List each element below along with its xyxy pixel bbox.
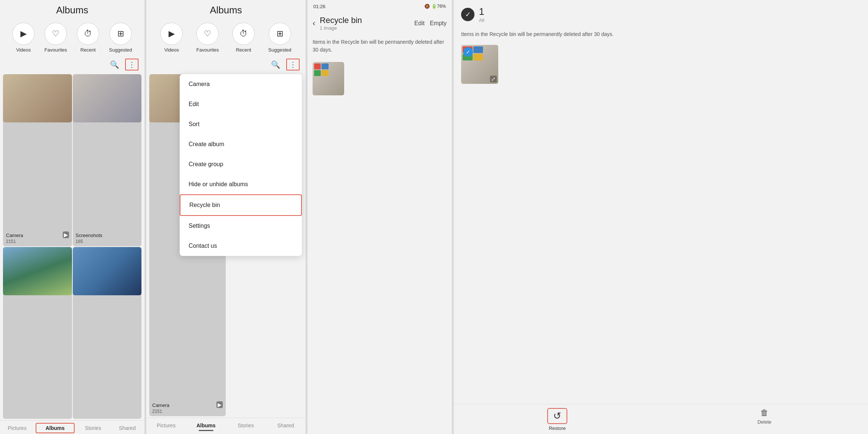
all-label: All bbox=[479, 17, 484, 23]
nav-shared-2[interactable]: Shared bbox=[266, 421, 306, 433]
category-videos-1[interactable]: ▶ Videos bbox=[12, 23, 35, 53]
recycle-title-area: Recycle bin 1 image bbox=[320, 16, 410, 31]
album-camera-1[interactable]: Camera 2151 ▶ bbox=[3, 74, 72, 246]
suggested-icon-2: ⊞ bbox=[269, 23, 291, 45]
status-time: 01:26 bbox=[313, 4, 326, 9]
empty-button[interactable]: Empty bbox=[430, 20, 447, 27]
panel-select: ✓ 1 All Items in the Recycle bin will be… bbox=[454, 0, 868, 434]
suggested-label-1: Suggested bbox=[109, 47, 132, 53]
nav-albums-1[interactable]: Albums bbox=[36, 423, 74, 433]
recycle-actions: Edit Empty bbox=[414, 20, 447, 27]
status-icons: 🔕 🔋76% bbox=[424, 4, 446, 9]
select-count-area: 1 All bbox=[479, 6, 484, 23]
album-grid-1: Camera 2151 ▶ Screenshots 165 bbox=[0, 73, 144, 420]
album-screenshots-label-1: Screenshots bbox=[76, 233, 102, 238]
status-bar: 01:26 🔕 🔋76% bbox=[307, 0, 452, 11]
category-icon-row-2: ▶ Videos ♡ Favourites ⏱ Recent ⊞ Suggest… bbox=[146, 19, 306, 56]
delete-icon: 🗑 bbox=[760, 408, 769, 418]
album-camera-count-2: 2151 bbox=[152, 409, 162, 414]
bottom-nav-2: Pictures Albums Stories Shared bbox=[146, 418, 306, 434]
search-row-2: 🔍 ⋮ bbox=[146, 56, 306, 73]
search-button-1[interactable]: 🔍 bbox=[108, 59, 121, 70]
nav-stories-1[interactable]: Stories bbox=[76, 424, 110, 433]
bottom-nav-1: Pictures Albums Stories Shared bbox=[0, 420, 144, 434]
category-recent-1[interactable]: ⏱ Recent bbox=[77, 23, 99, 53]
videos-icon-2: ▶ bbox=[160, 23, 183, 45]
expand-icon: ⤢ bbox=[490, 76, 497, 82]
restore-icon: ↺ bbox=[553, 410, 561, 422]
select-header: ✓ 1 All bbox=[454, 0, 868, 29]
video-indicator-1: ▶ bbox=[63, 231, 69, 238]
delete-label: Delete bbox=[757, 419, 771, 425]
recent-label-1: Recent bbox=[80, 47, 95, 53]
nav-stories-2[interactable]: Stories bbox=[226, 421, 266, 433]
nav-pictures-1[interactable]: Pictures bbox=[0, 424, 34, 433]
video-indicator-2: ▶ bbox=[216, 401, 223, 408]
album-landscape-1[interactable] bbox=[3, 247, 72, 419]
selected-thumbnail[interactable]: ✓ ⤢ bbox=[461, 45, 498, 84]
menu-settings[interactable]: Settings bbox=[180, 216, 302, 236]
recycle-header: ‹ Recycle bin 1 image Edit Empty bbox=[307, 11, 452, 35]
nav-albums-2[interactable]: Albums bbox=[186, 421, 226, 433]
panel-albums-1: Albums ▶ Videos ♡ Favourites ⏱ Recent ⊞ … bbox=[0, 0, 145, 434]
category-favourites-1[interactable]: ♡ Favourites bbox=[45, 23, 67, 53]
suggested-icon-1: ⊞ bbox=[110, 23, 132, 45]
nav-pictures-2[interactable]: Pictures bbox=[146, 421, 186, 433]
bottom-action-bar: ↺ Restore 🗑 Delete bbox=[454, 404, 868, 434]
menu-recycle-bin[interactable]: Recycle bin bbox=[180, 194, 302, 216]
album-camera-label-2: Camera bbox=[152, 402, 169, 408]
menu-edit[interactable]: Edit bbox=[180, 94, 302, 114]
albums-title-2: Albums bbox=[146, 0, 306, 19]
select-info: Items in the Recycle bin will be permane… bbox=[454, 29, 868, 42]
more-button-1[interactable]: ⋮ bbox=[125, 59, 138, 70]
videos-label-1: Videos bbox=[16, 47, 31, 53]
recent-label-2: Recent bbox=[236, 47, 251, 53]
restore-button[interactable]: ↺ Restore bbox=[454, 408, 661, 431]
albums-title-1: Albums bbox=[0, 0, 144, 19]
menu-create-album[interactable]: Create album bbox=[180, 134, 302, 154]
category-recent-2[interactable]: ⏱ Recent bbox=[232, 23, 255, 53]
category-videos-2[interactable]: ▶ Videos bbox=[160, 23, 183, 53]
favourites-label-2: Favourites bbox=[196, 47, 219, 53]
album-screenshots-1[interactable]: Screenshots 165 bbox=[73, 74, 142, 246]
favourites-label-1: Favourites bbox=[45, 47, 67, 53]
album-camera-count-1: 2151 bbox=[6, 239, 16, 244]
category-icon-row-1: ▶ Videos ♡ Favourites ⏱ Recent ⊞ Suggest… bbox=[0, 19, 144, 56]
search-button-2[interactable]: 🔍 bbox=[270, 59, 282, 70]
panel-albums-2: Albums ▶ Videos ♡ Favourites ⏱ Recent ⊞ … bbox=[146, 0, 306, 434]
menu-create-group[interactable]: Create group bbox=[180, 154, 302, 174]
menu-hide-unhide[interactable]: Hide or unhide albums bbox=[180, 174, 302, 194]
delete-button[interactable]: 🗑 Delete bbox=[661, 408, 868, 431]
thumbnail-check-icon: ✓ bbox=[463, 47, 473, 57]
recycle-thumbnail[interactable] bbox=[313, 62, 344, 95]
recycle-subtitle: 1 image bbox=[320, 25, 410, 31]
back-button[interactable]: ‹ bbox=[313, 19, 315, 28]
category-suggested-2[interactable]: ⊞ Suggested bbox=[268, 23, 291, 53]
panel-recycle: 01:26 🔕 🔋76% ‹ Recycle bin 1 image Edit … bbox=[307, 0, 452, 434]
menu-sort[interactable]: Sort bbox=[180, 114, 302, 134]
select-count: 1 bbox=[479, 6, 484, 17]
album-bike-1[interactable] bbox=[73, 247, 142, 419]
menu-camera[interactable]: Camera bbox=[180, 74, 302, 94]
videos-icon-1: ▶ bbox=[12, 23, 35, 45]
search-row-1: 🔍 ⋮ bbox=[0, 56, 144, 73]
recent-icon-2: ⏱ bbox=[232, 23, 255, 45]
favourites-icon-1: ♡ bbox=[45, 23, 67, 45]
recycle-title: Recycle bin bbox=[320, 16, 410, 25]
videos-label-2: Videos bbox=[164, 47, 179, 53]
dropdown-menu: Camera Edit Sort Create album Create gro… bbox=[180, 74, 302, 256]
album-screenshots-count-1: 165 bbox=[76, 239, 83, 244]
battery-icon: 🔋76% bbox=[431, 4, 446, 9]
restore-label: Restore bbox=[549, 425, 566, 431]
more-button-2[interactable]: ⋮ bbox=[286, 59, 300, 70]
select-all-check[interactable]: ✓ bbox=[461, 8, 474, 21]
menu-contact-us[interactable]: Contact us bbox=[180, 236, 302, 256]
album-camera-label-1: Camera bbox=[6, 233, 23, 238]
category-favourites-2[interactable]: ♡ Favourites bbox=[196, 23, 219, 53]
recycle-info: Items in the Recycle bin will be permane… bbox=[307, 35, 452, 59]
edit-button[interactable]: Edit bbox=[414, 20, 425, 27]
nav-shared-1[interactable]: Shared bbox=[110, 424, 144, 433]
category-suggested-1[interactable]: ⊞ Suggested bbox=[109, 23, 132, 53]
favourites-icon-2: ♡ bbox=[196, 23, 219, 45]
recent-icon-1: ⏱ bbox=[77, 23, 99, 45]
